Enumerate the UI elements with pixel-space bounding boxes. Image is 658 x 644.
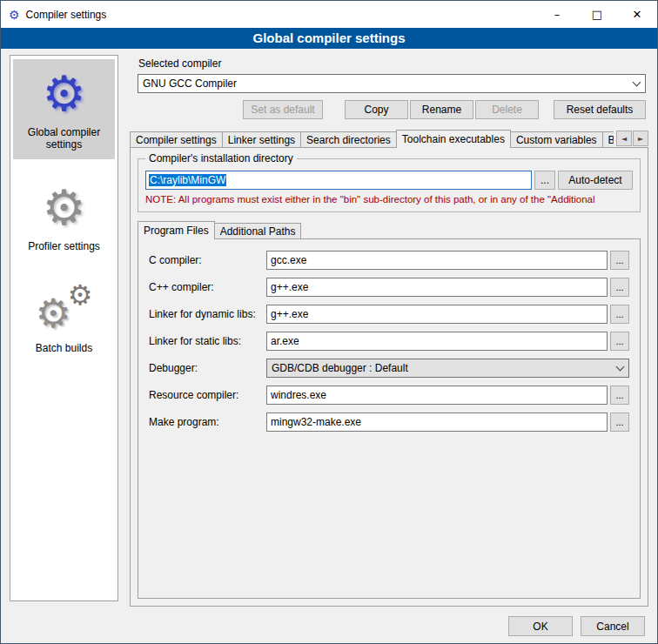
selected-compiler-dropdown[interactable]: GNU GCC Compiler <box>138 74 646 93</box>
debugger-row: Debugger: GDB/CDB debugger : Default <box>149 359 629 378</box>
profiler-gear-icon: ⚙ <box>42 180 85 236</box>
rename-button[interactable]: Rename <box>410 100 473 119</box>
copy-button[interactable]: Copy <box>345 100 408 119</box>
dynamic-linker-input[interactable] <box>266 305 608 324</box>
subtab-additional-paths[interactable]: Additional Paths <box>214 223 302 239</box>
resource-compiler-input[interactable] <box>266 386 608 405</box>
cpp-compiler-input[interactable] <box>266 278 608 297</box>
make-program-input[interactable] <box>266 413 608 432</box>
sidebar-item-label: Profiler settings <box>28 240 100 252</box>
resource-compiler-browse-button[interactable]: ... <box>610 386 629 405</box>
window-controls: – □ ✕ <box>537 1 657 28</box>
main-panel: Selected compiler GNU GCC Compiler Set a… <box>130 55 648 607</box>
cancel-button[interactable]: Cancel <box>581 616 645 636</box>
delete-button[interactable]: Delete <box>475 100 539 119</box>
tab-search-directories[interactable]: Search directories <box>300 131 397 148</box>
static-linker-browse-button[interactable]: ... <box>610 332 629 351</box>
tab-compiler-settings[interactable]: Compiler settings <box>130 131 223 148</box>
dynamic-linker-browse-button[interactable]: ... <box>610 305 629 324</box>
auto-detect-button[interactable]: Auto-detect <box>558 171 633 190</box>
field-label: C compiler: <box>149 254 266 266</box>
selected-compiler-label: Selected compiler <box>138 57 648 70</box>
compiler-settings-window: ⚙ Compiler settings – □ ✕ Global compile… <box>0 0 658 644</box>
batch-builds-gears-icon: ⚙⚙ <box>34 282 95 338</box>
install-dir-input[interactable]: C:\raylib\MinGW <box>145 171 532 190</box>
subtab-program-files[interactable]: Program Files <box>138 221 215 239</box>
cpp-compiler-row: C++ compiler: ... <box>149 278 629 297</box>
group-title: Compiler's installation directory <box>145 152 297 164</box>
toolchain-executables-panel: Compiler's installation directory C:\ray… <box>130 147 648 607</box>
chevron-down-icon <box>616 362 625 371</box>
program-files-panel: C compiler: ... C++ compiler: ... Linker… <box>138 238 641 599</box>
tab-custom-variables[interactable]: Custom variables <box>510 131 603 148</box>
installation-directory-group: Compiler's installation directory C:\ray… <box>138 158 641 212</box>
tab-bar: Compiler settings Linker settings Search… <box>130 130 648 148</box>
cpp-compiler-browse-button[interactable]: ... <box>610 278 629 297</box>
note-text: NOTE: All programs must exist either in … <box>145 194 633 205</box>
make-program-row: Make program: ... <box>149 413 629 432</box>
tab-scroll-arrows: ◄ ► <box>615 131 648 146</box>
install-dir-row: C:\raylib\MinGW ... Auto-detect <box>145 171 633 190</box>
tab-strip: Compiler settings Linker settings Search… <box>130 130 614 148</box>
static-linker-row: Linker for static libs: ... <box>149 332 629 351</box>
close-button[interactable]: ✕ <box>617 1 657 28</box>
compiler-actions: Set as default Copy Rename Delete Reset … <box>130 100 646 119</box>
titlebar[interactable]: ⚙ Compiler settings – □ ✕ <box>1 1 657 28</box>
sidebar-item-global-compiler-settings[interactable]: ⚙ Global compiler settings <box>13 59 115 159</box>
minimize-button[interactable]: – <box>537 1 577 28</box>
sidebar-item-label: Global compiler settings <box>15 126 113 151</box>
selected-compiler-value: GNU GCC Compiler <box>143 77 237 90</box>
tab-toolchain-executables[interactable]: Toolchain executables <box>396 130 511 148</box>
settings-category-sidebar: ⚙ Global compiler settings ⚙ Profiler se… <box>10 55 118 601</box>
tab-scroll-left-button[interactable]: ◄ <box>616 131 632 146</box>
global-compiler-gear-icon: ⚙ <box>42 66 85 122</box>
app-gear-icon: ⚙ <box>9 8 20 22</box>
field-label: C++ compiler: <box>149 281 266 293</box>
sidebar-item-profiler-settings[interactable]: ⚙ Profiler settings <box>13 173 115 261</box>
install-dir-browse-button[interactable]: ... <box>534 171 555 190</box>
make-program-browse-button[interactable]: ... <box>610 413 629 432</box>
field-label: Resource compiler: <box>149 389 266 401</box>
field-label: Linker for dynamic libs: <box>149 308 266 320</box>
field-label: Debugger: <box>149 362 266 374</box>
static-linker-input[interactable] <box>266 332 608 351</box>
field-label: Make program: <box>149 416 266 428</box>
install-dir-value: C:\raylib\MinGW <box>149 174 226 186</box>
c-compiler-browse-button[interactable]: ... <box>610 251 629 270</box>
dialog-header: Global compiler settings <box>1 28 657 49</box>
ok-button[interactable]: OK <box>508 616 573 636</box>
sidebar-item-batch-builds[interactable]: ⚙⚙ Batch builds <box>13 275 115 363</box>
window-title: Compiler settings <box>26 9 107 21</box>
tab-build-options[interactable]: Buil <box>602 131 614 148</box>
debugger-value: GDB/CDB debugger : Default <box>272 362 408 374</box>
reset-defaults-button[interactable]: Reset defaults <box>554 100 646 119</box>
tab-linker-settings[interactable]: Linker settings <box>222 131 301 148</box>
maximize-button[interactable]: □ <box>577 1 617 28</box>
set-as-default-button[interactable]: Set as default <box>243 100 323 119</box>
sidebar-item-label: Batch builds <box>36 342 92 354</box>
tab-scroll-right-button[interactable]: ► <box>633 131 648 146</box>
field-label: Linker for static libs: <box>149 335 266 347</box>
dynamic-linker-row: Linker for dynamic libs: ... <box>149 305 629 324</box>
debugger-dropdown[interactable]: GDB/CDB debugger : Default <box>266 359 629 378</box>
resource-compiler-row: Resource compiler: ... <box>149 386 629 405</box>
c-compiler-input[interactable] <box>266 251 608 270</box>
dialog-footer: OK Cancel <box>500 616 645 636</box>
chevron-down-icon <box>633 77 641 86</box>
subtab-bar: Program Files Additional Paths <box>138 221 648 239</box>
c-compiler-row: C compiler: ... <box>149 251 629 270</box>
